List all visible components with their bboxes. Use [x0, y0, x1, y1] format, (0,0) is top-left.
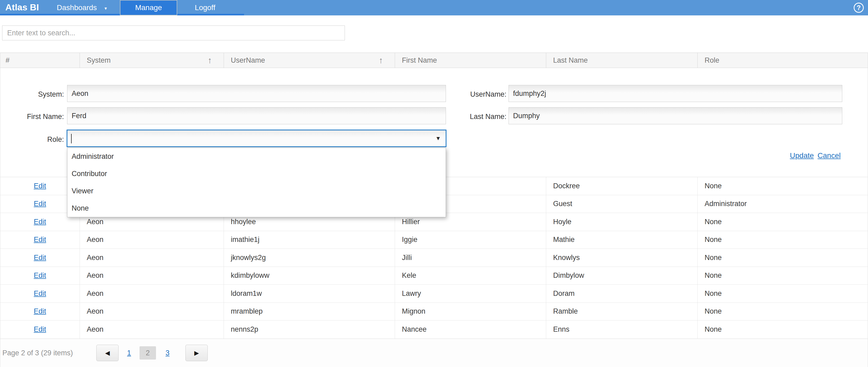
nav-dashboards-label: Dashboards [57, 3, 97, 12]
role-cell: None [698, 285, 868, 303]
username-label: UserName: [441, 90, 506, 99]
edit-cell: Edit [0, 303, 80, 320]
first-name-label: First Name: [0, 112, 64, 121]
previous-page-button[interactable]: ◀ [96, 345, 119, 361]
role-dropdown-option[interactable]: Contributor [67, 165, 446, 182]
cancel-link[interactable]: Cancel [817, 151, 841, 160]
role-option-label: Contributor [72, 170, 107, 178]
edit-link[interactable]: Edit [34, 272, 46, 280]
first-name-field[interactable] [67, 107, 446, 124]
nav-item-manage[interactable]: Manage [120, 0, 177, 16]
page-link-1[interactable]: 1 [127, 349, 131, 357]
edit-link[interactable]: Edit [34, 182, 46, 190]
system-cell: Aeon [80, 285, 224, 303]
edit-link[interactable]: Edit [34, 200, 46, 208]
role-cell: None [698, 177, 868, 195]
last-name-cell: Knowlys [546, 249, 698, 266]
edit-link[interactable]: Edit [34, 218, 46, 226]
last-name-cell: Enns [546, 320, 698, 339]
username-cell: imathie1j [224, 231, 395, 249]
combobox-dropdown-icon[interactable]: ▼ [435, 135, 441, 142]
system-cell: Aeon [80, 303, 224, 320]
column-header-first-name[interactable]: First Name [395, 53, 546, 68]
table-row: Edit Aeon mramblep Mignon Ramble None [0, 303, 868, 321]
role-dropdown-list: Administrator Contributor Viewer None [67, 148, 446, 217]
last-name-cell: Guest [546, 195, 698, 213]
search-input[interactable] [2, 26, 345, 40]
system-cell: Aeon [80, 249, 224, 266]
next-page-button[interactable]: ▶ [185, 345, 208, 361]
username-field[interactable] [508, 85, 842, 102]
inline-edit-form: System: UserName: First Name: Last Name:… [0, 68, 868, 177]
arrow-right-icon: ▶ [194, 349, 199, 357]
last-name-cell: Ramble [546, 303, 698, 320]
nav-item-dashboards[interactable]: Dashboards ▼ [47, 0, 118, 16]
column-header-system[interactable]: System ↑ [80, 53, 224, 68]
grid-header: # System ↑ UserName ↑ First Name Last Na… [0, 53, 868, 68]
edit-cell: Edit [0, 285, 80, 303]
username-cell: jknowlys2g [224, 249, 395, 266]
chevron-down-icon: ▼ [104, 6, 108, 10]
sort-ascending-icon: ↑ [208, 56, 212, 65]
first-name-cell: Kele [395, 267, 546, 285]
column-header-role[interactable]: Role [698, 53, 868, 68]
last-name-cell: Hoyle [546, 213, 698, 231]
pager-summary: Page 2 of 3 (29 items) [2, 349, 96, 357]
top-nav: Atlas BI Dashboards ▼ Manage Logoff ? [0, 0, 868, 16]
last-name-cell: Dimbylow [546, 267, 698, 285]
system-cell: Aeon [80, 267, 224, 285]
edit-link[interactable]: Edit [34, 325, 46, 334]
column-header-label: # [6, 56, 9, 64]
help-icon[interactable]: ? [854, 3, 864, 13]
role-option-label: Viewer [72, 187, 93, 195]
role-label: Role: [0, 135, 64, 144]
edit-link[interactable]: Edit [34, 254, 46, 262]
first-name-cell: Jilli [395, 249, 546, 266]
nav-logoff-label: Logoff [195, 3, 215, 12]
system-label: System: [0, 90, 64, 99]
text-cursor [71, 134, 72, 143]
system-cell: Aeon [80, 231, 224, 249]
page-link-3[interactable]: 3 [165, 349, 169, 357]
data-grid: # System ↑ UserName ↑ First Name Last Na… [0, 53, 868, 367]
table-row: Edit Aeon jknowlys2g Jilli Knowlys None [0, 249, 868, 267]
role-cell: Administrator [698, 195, 868, 213]
last-name-cell: Mathie [546, 231, 698, 249]
role-cell: None [698, 267, 868, 285]
role-dropdown-option[interactable]: None [67, 200, 446, 217]
edit-link[interactable]: Edit [34, 289, 46, 298]
edit-form-actions: Update Cancel [790, 151, 841, 160]
role-option-label: Administrator [72, 152, 114, 161]
update-link[interactable]: Update [790, 151, 814, 160]
first-name-cell: Nancee [395, 320, 546, 339]
edit-cell: Edit [0, 320, 80, 339]
column-header-label: Role [705, 56, 719, 64]
arrow-left-icon: ◀ [105, 349, 110, 357]
role-dropdown-option[interactable]: Viewer [67, 182, 446, 200]
system-field[interactable] [67, 85, 446, 102]
role-option-label: None [72, 204, 89, 213]
first-name-cell: Iggie [395, 231, 546, 249]
app-brand: Atlas BI [5, 0, 39, 16]
edit-link[interactable]: Edit [34, 307, 46, 315]
role-cell: None [698, 249, 868, 266]
table-row: Edit Aeon ldoram1w Lawry Doram None [0, 285, 868, 303]
pager: Page 2 of 3 (29 items) ◀ 1 2 3 ▶ [0, 339, 868, 367]
last-name-label: Last Name: [441, 112, 506, 121]
edit-cell: Edit [0, 231, 80, 249]
current-page-indicator: 2 [140, 346, 156, 360]
role-dropdown-option[interactable]: Administrator [67, 148, 446, 165]
edit-link[interactable]: Edit [34, 235, 46, 244]
edit-cell: Edit [0, 267, 80, 285]
search-row [2, 26, 868, 40]
last-name-cell: Doram [546, 285, 698, 303]
role-cell: None [698, 320, 868, 339]
column-header-last-name[interactable]: Last Name [546, 53, 698, 68]
last-name-field[interactable] [508, 107, 842, 124]
role-cell: None [698, 213, 868, 231]
system-cell: Aeon [80, 320, 224, 339]
column-header-username[interactable]: UserName ↑ [224, 53, 395, 68]
role-combobox[interactable]: ▼ [67, 130, 446, 147]
nav-item-logoff[interactable]: Logoff [177, 0, 233, 16]
sort-ascending-icon: ↑ [379, 56, 383, 65]
